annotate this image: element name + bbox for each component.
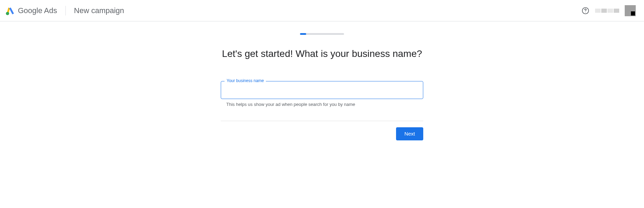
form-divider [221,121,423,121]
brand-text: Google Ads [18,6,57,15]
help-icon[interactable] [581,7,590,15]
brand-text-light: Ads [44,6,57,15]
avatar[interactable] [625,5,636,16]
account-switcher-placeholder [595,8,619,13]
main-content: Let's get started! What is your business… [0,21,644,140]
business-name-label: Your business name [225,78,266,83]
brand-text-bold: Google [18,6,42,15]
page-headline: Let's get started! What is your business… [222,47,422,60]
svg-point-2 [585,12,585,12]
business-name-input[interactable] [221,81,423,99]
header-right [581,5,638,16]
google-ads-logo-icon [6,6,15,16]
form-actions: Next [221,127,423,140]
business-name-form: Your business name This helps us show yo… [221,81,423,140]
header-left: Google Ads New campaign [6,6,124,16]
progress-fill [300,33,306,35]
business-name-field-wrap[interactable]: Your business name [221,81,423,99]
business-name-helper: This helps us show your ad when people s… [221,102,423,107]
page-subtitle: New campaign [74,6,124,15]
header-divider [65,6,66,16]
app-header: Google Ads New campaign [0,0,644,21]
next-button[interactable]: Next [396,127,423,140]
progress-bar [300,33,344,35]
brand-logo[interactable]: Google Ads [6,6,57,16]
svg-point-0 [6,12,9,15]
